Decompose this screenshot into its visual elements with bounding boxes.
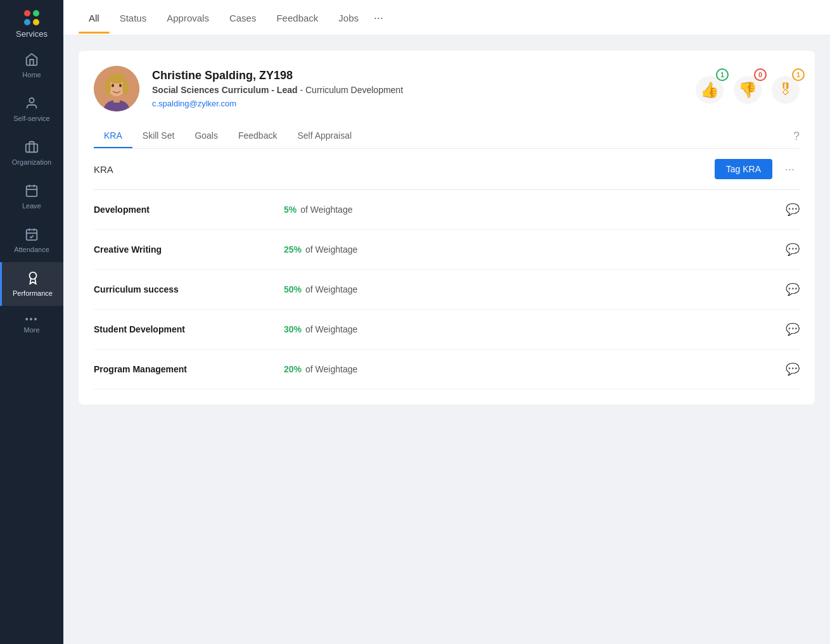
services-label: Services bbox=[16, 29, 48, 39]
tab-more[interactable]: ··· bbox=[369, 0, 388, 35]
star-count: 1 bbox=[792, 68, 805, 81]
svg-rect-2 bbox=[27, 186, 37, 197]
kra-row-development: Development 5% of Weightage 💬 bbox=[94, 190, 800, 230]
kra-comment-student-development[interactable]: 💬 bbox=[786, 322, 800, 336]
kra-row-creative-writing: Creative Writing 25% of Weightage 💬 bbox=[94, 230, 800, 270]
attendance-label: Attendance bbox=[14, 246, 49, 253]
kra-weightage-student-development: 30% of Weightage bbox=[284, 324, 786, 334]
self-service-icon bbox=[25, 96, 39, 112]
svg-point-0 bbox=[29, 98, 34, 103]
role-dept: Curriculum Development bbox=[305, 85, 403, 95]
more-icon: ••• bbox=[25, 315, 39, 324]
kra-header: KRA Tag KRA ··· bbox=[94, 149, 800, 190]
performance-icon bbox=[26, 271, 40, 287]
sidebar-item-performance[interactable]: Performance bbox=[0, 262, 63, 306]
profile-name: Christine Spalding, ZY198 bbox=[152, 69, 403, 82]
dot-blue bbox=[24, 19, 30, 25]
logo-dots bbox=[24, 10, 39, 25]
kra-more-options[interactable]: ··· bbox=[780, 160, 800, 179]
sidebar-logo: Services bbox=[0, 0, 63, 44]
leave-label: Leave bbox=[22, 202, 41, 210]
main-content: All Status Approvals Cases Feedback Jobs… bbox=[63, 0, 830, 644]
kra-name-program-management: Program Management bbox=[94, 364, 284, 374]
kra-actions: Tag KRA ··· bbox=[715, 159, 800, 179]
kra-weightage-label-3: of Weightage bbox=[305, 324, 357, 334]
leave-icon bbox=[25, 184, 39, 199]
sidebar-item-home[interactable]: Home bbox=[0, 44, 63, 87]
kra-percent-development: 5% bbox=[284, 205, 297, 215]
tab-cases[interactable]: Cases bbox=[219, 1, 267, 34]
profile-card: Christine Spalding, ZY198 Social Science… bbox=[79, 51, 815, 405]
performance-label: Performance bbox=[13, 289, 53, 297]
sidebar-item-organization[interactable]: Organization bbox=[0, 131, 63, 175]
svg-rect-13 bbox=[113, 96, 120, 103]
profile-badges: 1 👍 0 👎 1 🎖 bbox=[696, 73, 800, 104]
kra-percent-curriculum-success: 50% bbox=[284, 284, 302, 294]
sidebar-item-self-service[interactable]: Self-service bbox=[0, 87, 63, 131]
dot-yellow bbox=[33, 19, 39, 25]
avatar bbox=[94, 66, 139, 111]
kra-weightage-program-management: 20% of Weightage bbox=[284, 364, 786, 374]
more-label: More bbox=[23, 326, 39, 334]
kra-name-development: Development bbox=[94, 205, 284, 215]
kra-comment-program-management[interactable]: 💬 bbox=[786, 362, 800, 376]
kra-name-curriculum-success: Curriculum success bbox=[94, 284, 284, 294]
profile-tab-self-appraisal[interactable]: Self Appraisal bbox=[287, 124, 362, 148]
home-label: Home bbox=[22, 71, 41, 79]
kra-title: KRA bbox=[94, 164, 113, 175]
help-icon[interactable]: ? bbox=[793, 130, 800, 143]
sidebar: Services Home Self-service bbox=[0, 0, 63, 644]
profile-email[interactable]: c.spalding@zylker.com bbox=[152, 99, 236, 108]
profile-role: Social Sciences Curriculum - Lead - Curr… bbox=[152, 85, 403, 95]
kra-weightage-label-1: of Weightage bbox=[305, 244, 357, 255]
tab-all[interactable]: All bbox=[79, 1, 110, 34]
tab-jobs[interactable]: Jobs bbox=[328, 1, 369, 34]
kra-rows: Development 5% of Weightage 💬 Creative W… bbox=[94, 190, 800, 389]
profile-header: Christine Spalding, ZY198 Social Science… bbox=[94, 66, 800, 111]
dot-red bbox=[24, 10, 30, 16]
tab-status[interactable]: Status bbox=[110, 1, 157, 34]
svg-point-16 bbox=[105, 80, 111, 95]
attendance-icon bbox=[25, 227, 39, 243]
profile-tab-skillset[interactable]: Skill Set bbox=[132, 124, 185, 148]
svg-point-19 bbox=[119, 84, 122, 87]
kra-comment-curriculum-success[interactable]: 💬 bbox=[786, 282, 800, 296]
svg-rect-1 bbox=[26, 144, 37, 152]
role-separator: - bbox=[300, 85, 305, 95]
thumbup-count: 1 bbox=[716, 68, 729, 81]
badge-star: 1 🎖 bbox=[772, 73, 800, 104]
kra-comment-development[interactable]: 💬 bbox=[786, 203, 800, 217]
svg-point-15 bbox=[108, 73, 125, 84]
kra-name-student-development: Student Development bbox=[94, 324, 284, 334]
kra-percent-student-development: 30% bbox=[284, 324, 302, 334]
kra-weightage-label-4: of Weightage bbox=[305, 364, 357, 374]
kra-comment-creative-writing[interactable]: 💬 bbox=[786, 243, 800, 256]
svg-point-10 bbox=[29, 272, 36, 279]
profile-tab-kra[interactable]: KRA bbox=[94, 124, 132, 148]
profile-left: Christine Spalding, ZY198 Social Science… bbox=[94, 66, 403, 111]
kra-row-curriculum-success: Curriculum success 50% of Weightage 💬 bbox=[94, 270, 800, 310]
svg-point-18 bbox=[112, 84, 114, 87]
sidebar-item-attendance[interactable]: Attendance bbox=[0, 218, 63, 262]
kra-row-program-management: Program Management 20% of Weightage 💬 bbox=[94, 350, 800, 389]
role-title: Social Sciences Curriculum - Lead bbox=[152, 85, 298, 95]
organization-label: Organization bbox=[12, 158, 51, 166]
content-area: Christine Spalding, ZY198 Social Science… bbox=[63, 35, 830, 644]
sidebar-item-more[interactable]: ••• More bbox=[0, 306, 63, 343]
top-tabs: All Status Approvals Cases Feedback Jobs… bbox=[63, 0, 830, 35]
sidebar-item-leave[interactable]: Leave bbox=[0, 175, 63, 218]
badge-thumbup: 1 👍 bbox=[696, 73, 724, 104]
dot-green bbox=[33, 10, 39, 16]
kra-name-creative-writing: Creative Writing bbox=[94, 244, 284, 255]
tag-kra-button[interactable]: Tag KRA bbox=[715, 159, 772, 179]
home-icon bbox=[25, 53, 39, 68]
tab-feedback[interactable]: Feedback bbox=[266, 1, 328, 34]
kra-weightage-development: 5% of Weightage bbox=[284, 205, 786, 215]
kra-weightage-label-0: of Weightage bbox=[300, 205, 352, 215]
profile-tab-goals[interactable]: Goals bbox=[184, 124, 228, 148]
sidebar-nav: Home Self-service Organization bbox=[0, 44, 63, 644]
tab-approvals[interactable]: Approvals bbox=[156, 1, 219, 34]
organization-icon bbox=[25, 140, 39, 156]
profile-info: Christine Spalding, ZY198 Social Science… bbox=[152, 69, 403, 109]
profile-tab-feedback[interactable]: Feedback bbox=[228, 124, 287, 148]
